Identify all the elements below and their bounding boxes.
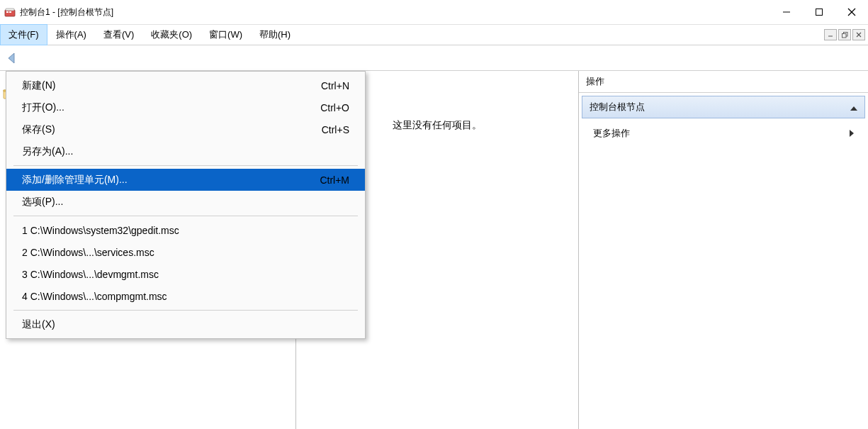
close-button[interactable] <box>835 1 868 23</box>
svg-rect-2 <box>6 11 9 13</box>
file-recent-1[interactable]: 1 C:\Windows\system32\gpedit.msc <box>6 219 365 241</box>
file-recent-4[interactable]: 4 C:\Windows\...\compmgmt.msc <box>6 285 365 307</box>
file-save[interactable]: 保存(S) Ctrl+S <box>6 118 365 140</box>
file-save-label: 保存(S) <box>22 123 322 136</box>
file-new-accel: Ctrl+N <box>321 80 349 91</box>
title-bar: 控制台1 - [控制台根节点] <box>0 0 868 24</box>
file-add-remove-snapin[interactable]: 添加/删除管理单元(M)... Ctrl+M <box>6 169 365 191</box>
file-add-remove-snapin-accel: Ctrl+M <box>320 174 349 186</box>
mdi-window-controls <box>823 29 868 40</box>
chevron-up-icon <box>850 102 857 113</box>
mmc-app-icon <box>4 6 16 18</box>
actions-pane-title: 操作 <box>579 71 868 93</box>
file-exit[interactable]: 退出(X) <box>6 313 365 335</box>
svg-rect-3 <box>9 11 11 13</box>
minimize-button[interactable] <box>770 1 803 23</box>
file-open-label: 打开(O)... <box>22 101 320 114</box>
file-options[interactable]: 选项(P)... <box>6 191 365 213</box>
menu-separator <box>13 216 358 216</box>
file-recent-2[interactable]: 2 C:\Windows\...\services.msc <box>6 241 365 263</box>
toolbar <box>0 45 868 71</box>
empty-message: 这里没有任何项目。 <box>393 119 482 132</box>
menu-favorites[interactable]: 收藏夹(O) <box>142 24 201 45</box>
svg-rect-1 <box>6 9 14 11</box>
svg-rect-5 <box>816 9 823 16</box>
maximize-button[interactable] <box>803 1 835 23</box>
actions-more-label: 更多操作 <box>593 127 630 140</box>
back-button[interactable] <box>3 48 23 68</box>
menu-bar: 文件(F) 操作(A) 查看(V) 收藏夹(O) 窗口(W) 帮助(H) <box>0 24 868 45</box>
file-new[interactable]: 新建(N) Ctrl+N <box>6 74 365 96</box>
actions-more[interactable]: 更多操作 <box>579 121 868 145</box>
menu-file[interactable]: 文件(F) <box>0 24 47 45</box>
mdi-minimize-button[interactable] <box>824 29 837 40</box>
file-add-remove-snapin-label: 添加/删除管理单元(M)... <box>22 174 320 186</box>
menu-help[interactable]: 帮助(H) <box>251 24 299 45</box>
file-exit-label: 退出(X) <box>22 318 349 331</box>
file-saveas[interactable]: 另存为(A)... <box>6 140 365 162</box>
content-area: 新建(N) Ctrl+N 打开(O)... Ctrl+O 保存(S) Ctrl+… <box>0 71 868 429</box>
mdi-restore-button[interactable] <box>838 29 851 40</box>
file-new-label: 新建(N) <box>22 79 321 92</box>
window-title: 控制台1 - [控制台根节点] <box>20 6 113 18</box>
actions-group-label: 控制台根节点 <box>590 101 645 113</box>
menu-action[interactable]: 操作(A) <box>47 24 95 45</box>
svg-rect-0 <box>5 10 15 16</box>
mdi-close-button[interactable] <box>852 29 865 40</box>
menu-view[interactable]: 查看(V) <box>95 24 142 45</box>
file-saveas-label: 另存为(A)... <box>22 145 349 158</box>
window-controls <box>770 1 868 23</box>
file-options-label: 选项(P)... <box>22 196 349 208</box>
file-menu-dropdown: 新建(N) Ctrl+N 打开(O)... Ctrl+O 保存(S) Ctrl+… <box>6 71 366 339</box>
file-open-accel: Ctrl+O <box>320 102 349 113</box>
file-open[interactable]: 打开(O)... Ctrl+O <box>6 96 365 118</box>
actions-pane: 操作 控制台根节点 更多操作 <box>579 71 868 429</box>
svg-rect-10 <box>842 33 846 38</box>
file-save-accel: Ctrl+S <box>322 124 349 135</box>
menu-separator <box>13 310 358 311</box>
chevron-right-icon <box>850 128 854 139</box>
menu-separator <box>13 165 358 166</box>
actions-group-console-root[interactable]: 控制台根节点 <box>582 96 865 118</box>
menu-window[interactable]: 窗口(W) <box>201 24 251 45</box>
file-recent-3[interactable]: 3 C:\Windows\...\devmgmt.msc <box>6 263 365 285</box>
